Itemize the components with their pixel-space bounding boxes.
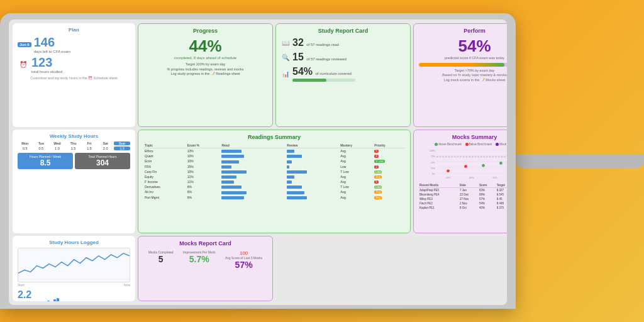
readings-title: Readings Summary [143,134,405,140]
legend-below: Below Benchmark [465,143,492,146]
readings-read-label: of 57 readings read [306,43,339,47]
cell-priority: V Low [373,158,405,164]
plan-hours-value: 123 [31,55,62,70]
plan-description: Customize and log study hours in the ⏰ S… [18,76,130,80]
cell-mock-score: 57% [479,197,496,201]
cell-exam-pct: 15% [186,164,221,169]
cell-mock-name: Finch PE2 [419,201,459,206]
perform-subtitle: predicted score if CFA exam was today [419,56,507,61]
svg-text:20%: 20% [446,177,451,179]
mini-bars-container [38,298,59,301]
cell-read [220,174,286,179]
col-review: Review [286,143,339,148]
total-value: 304 [77,158,128,167]
readings-table-row: FRA 15% Low 3 [143,164,405,169]
chart-icon: 📊 [281,70,290,77]
plan-days-value: 146 [34,35,70,50]
chart-labels: Start Now [18,283,130,287]
cell-mock-target: 9.375 [496,206,507,210]
cell-priority: 5 [373,148,405,154]
mocks-summary-title: Mocks Summary [419,134,507,140]
cell-priority: Low [373,184,405,189]
svg-text:100%: 100% [430,150,436,152]
cell-review [286,179,339,184]
mocks-table: Recent Mocks Date Score Target Delta Ada… [419,183,507,210]
logged-chart [18,248,130,282]
book-icon: 📖 [281,40,290,47]
plan-hours-label: total hours studied [31,70,62,74]
laptop-outer: Plan Jun 6 146 days left to CFA exam ⏰ 1… [0,13,516,309]
svg-text:40%: 40% [469,177,474,179]
readings-reviewed-value: 15 [292,52,304,62]
col-mock-score: Score [479,183,496,188]
cell-mock-name: Bloomberg PE4 [419,192,459,197]
readings-table-row: F Income 11% Avg 5 [143,179,405,184]
cell-priority: 5 [373,179,405,184]
cell-mastery: Avg [339,158,373,164]
cell-exam-pct: 6% [186,184,221,189]
svg-text:60%: 60% [492,177,497,179]
day-thu: Thu [66,142,81,145]
hours-group-1: 2.2 yesterday 8.7 last 7 days [18,289,34,301]
val-sat: 2.0 [98,147,113,150]
perform-percentage: 54% [419,36,507,56]
cell-read [220,189,286,194]
day-sat: Sat [98,142,113,145]
col-mock-name: Recent Mocks [419,183,459,188]
score-icon: 100 [225,250,262,256]
plan-stat-1: Jun 6 146 days left to CFA exam [18,35,130,53]
logged-title: Study Hours Logged [18,240,130,245]
cell-read [220,148,286,154]
cell-topic: Econ [143,158,186,164]
cell-topic: Alt Inv [143,189,186,194]
col-mock-target: Target [496,183,507,188]
cell-mock-name: AdaptPrep PE5 [419,188,459,193]
mocks-table-row: Finch PE2 2 Nov 54% 9.448 +9.2 [419,201,507,206]
cell-read [220,153,286,158]
cell-topic: Quant [143,153,186,158]
readings-table-row: Corp Fin 10% T Low Low [143,169,405,174]
cell-mock-score: 68% [479,192,496,197]
mocks-completed-value: 5 [148,254,174,264]
day-fri: Fri [82,142,97,145]
day-header-row: Mon Tue Wed Thu Fri Sat Sun [18,142,130,145]
cell-mock-target: 9.545 [496,192,507,197]
mocks-improvement-value: 5.7% [183,254,216,264]
above-dot [435,143,438,146]
progress-subtitle: completed, 8 days ahead of schedule [143,56,267,60]
cell-read [220,195,286,200]
legend-score: Mock Score [496,143,507,146]
cell-exam-pct: 13% [186,148,221,154]
report-row-2: 🔍 15 of 57 readings reviewed [281,52,405,63]
cell-review [286,189,339,194]
cell-topic: F Income [143,179,186,184]
mocks-chart-svg: 100% 75% 50% 25% 0% 20% 40% 60% 75% [419,147,507,182]
below-dot [465,143,469,146]
chart-now-label: Now [124,283,130,287]
cell-mastery: Avg [339,174,373,179]
readings-table-row: Econ 10% Avg V Low [143,158,405,164]
col-priority: Priority [373,143,405,148]
cell-read [220,158,286,164]
cell-mastery: Avg [339,189,373,194]
mocks-table-row: Kaplan PE1 8 Oct 40% 9.375 +2.0 [419,206,507,210]
svg-text:50%: 50% [431,162,436,164]
cell-topic: Corp Fin [143,169,186,174]
cell-mastery: Avg [339,179,373,184]
perform-bar-fill [419,63,504,67]
perform-title: Perform [419,28,507,34]
readings-read-value: 32 [292,37,304,48]
plan-badge-month: Jun 6 [18,42,31,47]
val-wed: 1.0 [50,147,65,150]
planned-box: Hours Planned / Week 8.5 [18,153,73,169]
cell-priority: 4 [373,153,405,158]
cell-exam-pct: 10% [186,153,221,158]
cell-mastery: T Low [339,169,373,174]
mock-point-3 [482,164,485,167]
cell-review [286,164,339,169]
mocks-report-card: Mocks Report Card Mocks Completed 5 Impr… [138,236,273,301]
readings-table-row: Port Mgmt 6% Avg Avg [143,195,405,200]
cell-exam-pct: 10% [186,169,221,174]
readings-table-row: Equity 11% Avg Avg [143,174,405,179]
mock-point-1 [447,170,450,173]
